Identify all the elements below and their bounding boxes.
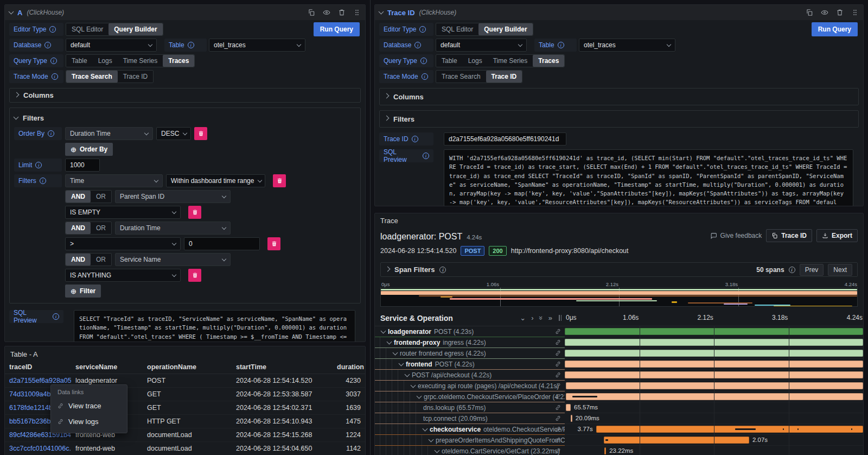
drag-query-icon[interactable] (353, 9, 361, 16)
span-duration-bar[interactable] (565, 371, 863, 378)
delete-query-icon[interactable] (338, 9, 346, 16)
segment-time-series[interactable]: Time Series (488, 55, 533, 67)
limit-input[interactable] (65, 159, 100, 172)
minimap-graph[interactable] (380, 287, 858, 307)
next-button[interactable]: Next (828, 264, 852, 276)
collapse-one-icon[interactable]: ⌄ (520, 314, 526, 321)
span-link-icon[interactable] (555, 448, 561, 455)
hide-query-icon[interactable] (323, 9, 330, 16)
segment-trace-id[interactable]: Trace ID (118, 71, 154, 83)
chevron-down-icon[interactable] (399, 361, 404, 366)
delete-query-icon[interactable] (836, 9, 844, 16)
span-name-cell[interactable]: POST /api/checkout (4.22s) (375, 370, 565, 381)
editor-type-toggle[interactable]: SQL EditorQuery Builder (436, 23, 533, 36)
info-icon[interactable]: i (52, 73, 58, 80)
span-link-icon[interactable] (555, 339, 561, 347)
trace-mode-toggle[interactable]: Trace SearchTrace ID (66, 70, 154, 83)
filter-field-select[interactable]: Time (65, 174, 163, 187)
segment-table[interactable]: Table (66, 55, 93, 67)
info-icon[interactable]: i (53, 313, 59, 320)
column-resize-handle[interactable] (559, 315, 561, 321)
collapse-query-icon[interactable] (379, 9, 384, 15)
chevron-down-icon[interactable] (411, 382, 416, 388)
remove-filter-button[interactable] (273, 174, 286, 187)
segment-table[interactable]: Table (436, 55, 463, 67)
trace-id-button[interactable]: Trace ID (766, 229, 812, 242)
segment-traces[interactable]: Traces (533, 55, 564, 67)
span-link-icon[interactable] (555, 405, 561, 412)
span-row[interactable]: executing api route (pages) /api/checkou… (375, 381, 863, 391)
filter-operator-select[interactable]: IS EMPTY (65, 206, 181, 219)
run-query-button[interactable]: Run Query (812, 22, 858, 36)
duplicate-query-icon[interactable] (806, 9, 813, 16)
span-row[interactable]: oteldemo.CartService/GetCart (23.22ms)23… (375, 446, 863, 455)
add-filter-button[interactable]: ⊕Filter (65, 285, 101, 298)
info-icon[interactable]: i (35, 162, 42, 168)
andor-toggle[interactable]: ANDOR (65, 253, 112, 266)
span-row[interactable]: loadgeneratorPOST (4.23s) (375, 326, 863, 337)
span-bar-cell[interactable]: 65.57ms (565, 402, 863, 413)
editor-type-toggle[interactable]: SQL EditorQuery Builder (66, 23, 163, 36)
info-icon[interactable]: i (420, 58, 427, 64)
segment-or[interactable]: OR (91, 254, 111, 266)
order-by-field-select[interactable]: Duration Time (65, 127, 153, 140)
remove-order-by-button[interactable] (194, 127, 207, 140)
span-bar-cell[interactable]: 3.77s (565, 424, 863, 435)
filter-operator-select[interactable]: IS ANYTHING (65, 269, 181, 282)
segment-traces[interactable]: Traces (163, 55, 194, 67)
span-duration-bar[interactable] (604, 447, 606, 454)
info-icon[interactable]: i (49, 26, 56, 33)
span-name-cell[interactable]: oteldemo.CartService/GetCart (23.22ms) (375, 446, 565, 455)
segment-trace-search[interactable]: Trace Search (436, 71, 486, 83)
span-row[interactable]: grpc.oteldemo.CheckoutService/PlaceOrder… (375, 391, 863, 402)
info-icon[interactable]: i (40, 178, 46, 184)
drag-query-icon[interactable] (851, 9, 859, 16)
info-icon[interactable]: i (422, 73, 428, 80)
remove-condition-button[interactable] (267, 237, 280, 250)
segment-query-builder[interactable]: Query Builder (478, 23, 532, 35)
span-name-cell[interactable]: frontendPOST (4.22s) (375, 359, 565, 370)
span-row[interactable]: POST /api/checkout (4.22s) (375, 370, 863, 381)
segment-logs[interactable]: Logs (93, 55, 118, 67)
span-bar-cell[interactable] (565, 370, 863, 381)
span-name-cell[interactable]: grpc.oteldemo.CheckoutService/PlaceOrder… (375, 391, 565, 402)
columns-section[interactable]: Columns (379, 88, 859, 105)
column-header-traceID[interactable]: traceID (5, 361, 71, 374)
trace-id-input[interactable] (444, 132, 566, 146)
span-name-cell[interactable]: router frontend egress (4.22s) (375, 348, 565, 359)
span-bar-cell[interactable]: 20.09ms (565, 413, 863, 424)
segment-and[interactable]: AND (66, 254, 91, 266)
span-filters-section[interactable]: Span Filters i 50 spans i Prev Next (380, 262, 858, 277)
span-duration-bar[interactable] (596, 426, 863, 433)
span-row[interactable]: prepareOrderItemsAndShippingQuoteFromCar… (375, 435, 863, 446)
chevron-down-icon[interactable] (435, 447, 440, 453)
panel-title[interactable]: Table - A (5, 346, 365, 361)
filter-field-select[interactable]: Duration Time (115, 222, 231, 235)
add-order-by-button[interactable]: ⊕Order By (65, 143, 113, 156)
query-type-toggle[interactable]: TableLogsTime SeriesTraces (436, 54, 565, 67)
span-duration-bar[interactable] (566, 404, 571, 411)
expand-all-icon[interactable]: » (548, 314, 552, 321)
table-select[interactable]: otel_traces (209, 39, 305, 52)
segment-or[interactable]: OR (91, 191, 111, 203)
filter-value-input[interactable] (184, 237, 260, 250)
segment-time-series[interactable]: Time Series (118, 55, 163, 67)
segment-trace-search[interactable]: Trace Search (66, 71, 118, 83)
info-icon[interactable]: i (414, 42, 421, 48)
export-button[interactable]: Export (816, 229, 858, 242)
span-bar-cell[interactable] (565, 326, 863, 337)
span-link-icon[interactable] (555, 361, 561, 369)
trace-id-link[interactable]: 3cc7ccfc01041006c... (9, 445, 71, 452)
info-icon[interactable]: i (789, 267, 795, 273)
chevron-down-icon[interactable] (393, 350, 398, 355)
segment-or[interactable]: OR (91, 222, 111, 234)
info-icon[interactable]: i (439, 267, 446, 273)
data-link-view-logs[interactable]: View logs (51, 414, 127, 429)
order-by-direction-select[interactable]: DESC (156, 127, 191, 140)
filters-section[interactable]: Filters (379, 110, 859, 128)
span-duration-bar[interactable] (571, 415, 572, 422)
data-link-view-trace[interactable]: View trace (51, 398, 127, 414)
span-row[interactable]: dns.lookup (65.57ms)65.57ms (375, 402, 863, 413)
segment-query-builder[interactable]: Query Builder (108, 23, 162, 35)
chevron-down-icon[interactable] (387, 339, 392, 344)
